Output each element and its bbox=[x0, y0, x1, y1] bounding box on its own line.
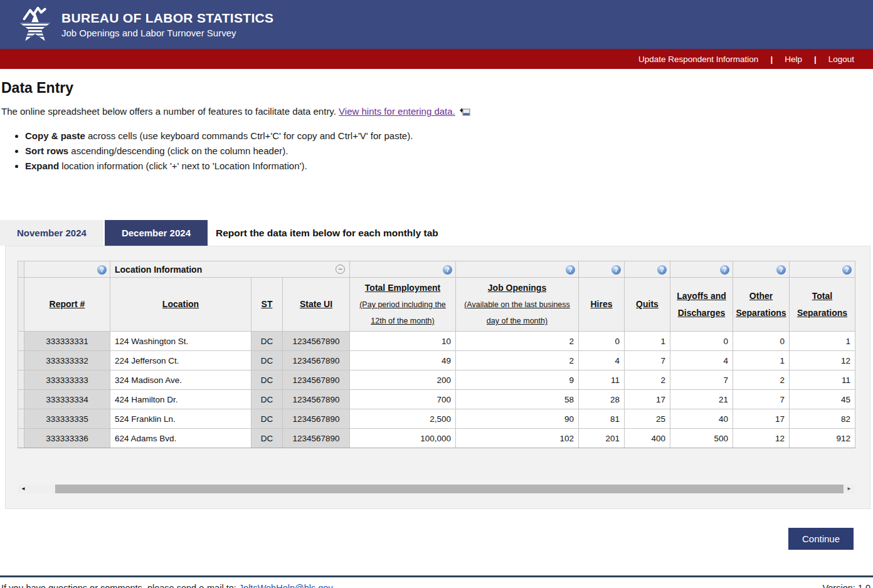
other-separations-cell[interactable]: 7 bbox=[733, 390, 790, 409]
other-separations-cell[interactable]: 1 bbox=[733, 351, 790, 370]
job-openings-help-cell: ? bbox=[456, 261, 579, 278]
tab-instruction: Report the data item below for each mont… bbox=[216, 228, 438, 239]
hires-help-cell: ? bbox=[579, 261, 625, 278]
sort-state-ui[interactable]: State UI bbox=[300, 299, 332, 309]
collapse-location-icon[interactable]: − bbox=[336, 265, 345, 274]
layoffs-discharges-cell[interactable]: 0 bbox=[670, 332, 733, 351]
page-title: Data Entry bbox=[1, 80, 873, 97]
nav-update-respondent-link[interactable]: Update Respondent Information bbox=[638, 55, 758, 64]
tab-november-2024[interactable]: November 2024 bbox=[0, 220, 103, 246]
column-header-hires: Hires bbox=[579, 278, 625, 332]
total-separations-cell[interactable]: 11 bbox=[790, 370, 855, 390]
location-cell: 324 Madison Ave. bbox=[110, 370, 251, 390]
tab-december-2024[interactable]: December 2024 bbox=[105, 220, 208, 246]
job-openings-cell[interactable]: 58 bbox=[456, 390, 579, 409]
job-openings-cell[interactable]: 90 bbox=[456, 409, 579, 429]
quits-cell[interactable]: 7 bbox=[625, 351, 670, 370]
help-icon[interactable]: ? bbox=[611, 265, 621, 275]
job-openings-cell[interactable]: 9 bbox=[456, 370, 579, 390]
location-cell: 524 Franklin Ln. bbox=[110, 409, 251, 429]
total-separations-cell[interactable]: 82 bbox=[790, 409, 855, 429]
report-number-cell: 333333332 bbox=[24, 351, 110, 370]
nav-help-link[interactable]: Help bbox=[785, 55, 802, 64]
total-employment-cell[interactable]: 100,000 bbox=[350, 429, 456, 448]
other-separations-cell[interactable]: 2 bbox=[733, 370, 790, 390]
help-icon[interactable]: ? bbox=[720, 265, 729, 275]
sort-total-separations[interactable]: Total Separations bbox=[797, 291, 847, 318]
other-separations-cell[interactable]: 12 bbox=[733, 429, 790, 448]
other-separations-cell[interactable]: 0 bbox=[733, 332, 790, 351]
total-separations-cell[interactable]: 12 bbox=[790, 351, 855, 370]
sort-st[interactable]: ST bbox=[262, 299, 273, 309]
scroll-left-arrow-icon[interactable]: ◄ bbox=[18, 485, 29, 493]
other-separations-cell[interactable]: 17 bbox=[733, 409, 790, 429]
jolts-webhelp-email-link[interactable]: JoltsWebHelp@bls.gov bbox=[239, 583, 333, 588]
sort-quits[interactable]: Quits bbox=[636, 299, 659, 309]
sort-location[interactable]: Location bbox=[162, 299, 199, 309]
table-row: 333333334 424 Hamilton Dr. DC 1234567890… bbox=[18, 390, 855, 409]
total-employment-cell[interactable]: 700 bbox=[350, 390, 456, 409]
sort-job-openings[interactable]: Job Openings bbox=[488, 283, 546, 293]
total-separations-cell[interactable]: 1 bbox=[790, 332, 855, 351]
sort-layoffs-discharges[interactable]: Layoffs and Discharges bbox=[677, 291, 726, 318]
state-ui-cell: 1234567890 bbox=[283, 332, 350, 351]
location-information-label: Location Information bbox=[115, 265, 202, 275]
nav-divider: | bbox=[814, 55, 817, 64]
quits-cell[interactable]: 25 bbox=[625, 409, 670, 429]
total-employment-cell[interactable]: 10 bbox=[350, 332, 456, 351]
hires-cell[interactable]: 4 bbox=[579, 351, 625, 370]
layoffs-discharges-cell[interactable]: 21 bbox=[670, 390, 733, 409]
total-employment-cell[interactable]: 2,500 bbox=[350, 409, 456, 429]
nav-logout-link[interactable]: Logout bbox=[828, 55, 854, 64]
sort-total-employment[interactable]: Total Employment bbox=[365, 283, 440, 293]
feature-copy-paste: Copy & paste across cells (use keyboard … bbox=[25, 130, 873, 142]
version-label: Version: 1.0 bbox=[822, 583, 870, 588]
total-employment-cell[interactable]: 200 bbox=[350, 370, 456, 390]
help-icon[interactable]: ? bbox=[443, 265, 452, 275]
help-icon[interactable]: ? bbox=[97, 265, 107, 275]
app-title: BUREAU OF LABOR STATISTICS bbox=[61, 11, 273, 26]
total-separations-cell[interactable]: 45 bbox=[790, 390, 855, 409]
sort-other-separations[interactable]: Other Separations bbox=[736, 291, 786, 318]
hires-cell[interactable]: 81 bbox=[579, 409, 625, 429]
scroll-right-arrow-icon[interactable]: ► bbox=[844, 485, 855, 493]
layoffs-discharges-cell[interactable]: 40 bbox=[670, 409, 733, 429]
hires-cell[interactable]: 201 bbox=[579, 429, 625, 448]
sort-report-number[interactable]: Report # bbox=[50, 299, 85, 309]
job-openings-cell[interactable]: 102 bbox=[456, 429, 579, 448]
hires-cell[interactable]: 11 bbox=[579, 370, 625, 390]
quits-cell[interactable]: 400 bbox=[625, 429, 670, 448]
st-cell: DC bbox=[251, 429, 283, 448]
st-cell: DC bbox=[251, 370, 283, 390]
feature-list: Copy & paste across cells (use keyboard … bbox=[14, 130, 873, 172]
help-icon[interactable]: ? bbox=[657, 265, 667, 275]
row-handle bbox=[18, 409, 24, 429]
total-employment-cell[interactable]: 49 bbox=[350, 351, 456, 370]
view-hints-link[interactable]: View hints for entering data. bbox=[339, 106, 455, 117]
quits-cell[interactable]: 17 bbox=[625, 390, 670, 409]
continue-button[interactable]: Continue bbox=[788, 528, 854, 550]
scrollbar-track[interactable] bbox=[29, 485, 55, 493]
layoffs-discharges-cell[interactable]: 500 bbox=[670, 429, 733, 448]
help-icon[interactable]: ? bbox=[776, 265, 786, 275]
column-header-quits: Quits bbox=[625, 278, 670, 332]
help-icon[interactable]: ? bbox=[842, 265, 852, 275]
job-openings-cell[interactable]: 2 bbox=[456, 332, 579, 351]
layoffs-discharges-cell[interactable]: 7 bbox=[670, 370, 733, 390]
horizontal-scrollbar[interactable]: ◄ ► bbox=[18, 485, 855, 493]
sort-hires[interactable]: Hires bbox=[590, 299, 612, 309]
row-handle-header bbox=[18, 261, 24, 278]
scrollbar-thumb[interactable] bbox=[55, 485, 844, 493]
quits-cell[interactable]: 2 bbox=[625, 370, 670, 390]
column-header-report-number: Report # bbox=[24, 278, 110, 332]
help-icon[interactable]: ? bbox=[566, 265, 575, 275]
job-openings-cell[interactable]: 2 bbox=[456, 351, 579, 370]
quits-cell[interactable]: 1 bbox=[625, 332, 670, 351]
hires-cell[interactable]: 0 bbox=[579, 332, 625, 351]
hires-cell[interactable]: 28 bbox=[579, 390, 625, 409]
layoffs-discharges-cell[interactable]: 4 bbox=[670, 351, 733, 370]
masthead: BUREAU OF LABOR STATISTICS Job Openings … bbox=[0, 0, 873, 49]
state-ui-cell: 1234567890 bbox=[283, 370, 350, 390]
total-separations-cell[interactable]: 912 bbox=[790, 429, 855, 448]
st-cell: DC bbox=[251, 351, 283, 370]
